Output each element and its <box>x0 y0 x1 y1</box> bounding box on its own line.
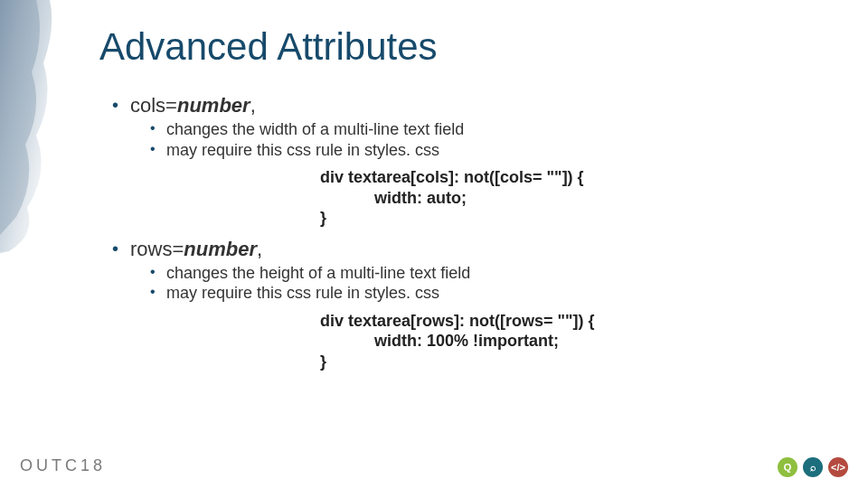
sub-bullet-list: changes the height of a multi-line text … <box>150 263 805 304</box>
sub-bullet: may require this css rule in styles. css <box>150 140 805 161</box>
bullet-rows: rows=number, changes the height of a mul… <box>112 238 805 372</box>
footer-icon-row: Q ⌕ </> <box>778 457 848 477</box>
code-icon: </> <box>828 457 848 477</box>
sub-bullet: changes the height of a multi-line text … <box>150 263 805 284</box>
bullet-label-suffix: , <box>250 94 256 117</box>
bullet-cols: cols=number, changes the width of a mult… <box>112 94 805 229</box>
top-bullet-list: cols=number, changes the width of a mult… <box>112 94 805 371</box>
footer-brand: OUTC18 <box>20 456 106 475</box>
sub-bullet-list: changes the width of a multi-line text f… <box>150 119 805 160</box>
code-snippet-rows: div textarea[rows]: not([rows= ""]) { wi… <box>320 311 805 372</box>
chat-bubble-icon: Q <box>778 457 797 477</box>
magnifier-icon: ⌕ <box>803 457 823 477</box>
bullet-label-suffix: , <box>257 238 262 260</box>
slide-title: Advanced Attributes <box>99 25 805 69</box>
slide-content: Advanced Attributes cols=number, changes… <box>99 25 805 380</box>
bullet-label-prefix: cols= <box>130 94 177 117</box>
bullet-label-param: number <box>184 238 257 260</box>
sub-bullet: may require this css rule in styles. css <box>150 283 805 304</box>
bullet-label-prefix: rows= <box>130 238 184 260</box>
sub-bullet: changes the width of a multi-line text f… <box>150 119 805 140</box>
bullet-label-param: number <box>177 94 250 117</box>
code-snippet-cols: div textarea[cols]: not([cols= ""]) { wi… <box>320 167 805 229</box>
watercolor-edge <box>0 0 59 253</box>
